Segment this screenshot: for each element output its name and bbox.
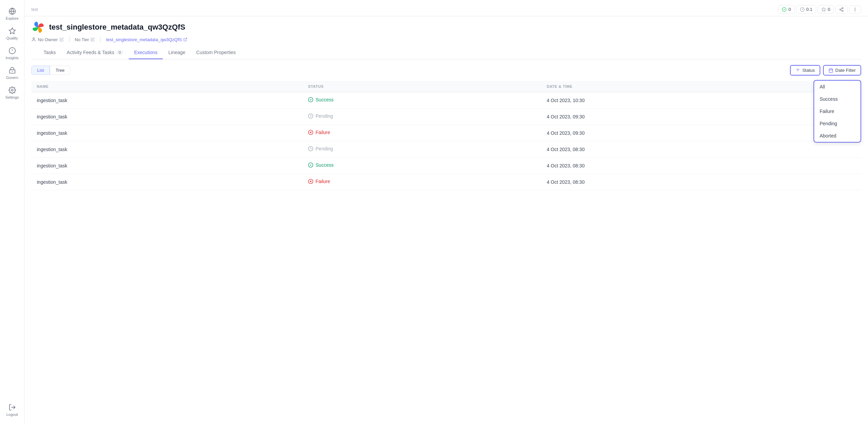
- failure-icon: [308, 179, 313, 184]
- table-row: ingestion_taskPending4 Oct 2023, 08:30: [31, 141, 861, 158]
- share-button[interactable]: [835, 5, 848, 14]
- star-count: 0: [828, 7, 830, 12]
- cell-name: ingestion_task: [31, 174, 303, 190]
- table-row: ingestion_taskSuccess4 Oct 2023, 08:30: [31, 158, 861, 174]
- cell-status: Failure: [303, 125, 541, 141]
- check-badge[interactable]: 0: [778, 5, 794, 14]
- tab-tasks-label: Tasks: [44, 50, 56, 55]
- calendar-icon: [828, 68, 833, 73]
- status-filter-button[interactable]: Status: [790, 65, 820, 76]
- sidebar-item-logout[interactable]: Logout: [0, 400, 24, 420]
- dropdown-item-all[interactable]: All: [814, 81, 861, 93]
- star-badge[interactable]: 0: [818, 5, 834, 14]
- status-filter-label: Status: [802, 68, 815, 73]
- table-row: ingestion_taskFailure4 Oct 2023, 09:30: [31, 125, 861, 141]
- list-view-button[interactable]: List: [31, 66, 50, 75]
- cell-datetime: 4 Oct 2023, 08:30: [541, 174, 861, 190]
- svg-line-15: [841, 10, 842, 10]
- sidebar-item-label-quality: Quality: [6, 36, 18, 40]
- cell-name: ingestion_task: [31, 125, 303, 141]
- cell-name: ingestion_task: [31, 92, 303, 109]
- dropdown-item-aborted[interactable]: Aborted: [814, 130, 861, 142]
- date-filter-label: Date Filter: [835, 68, 856, 73]
- quality-icon: [9, 27, 16, 35]
- cell-datetime: 4 Oct 2023, 08:30: [541, 141, 861, 158]
- tabs: Tasks Activity Feeds & Tasks 0 Execution…: [31, 46, 861, 60]
- status-badge: Success: [308, 97, 334, 102]
- tree-view-button[interactable]: Tree: [50, 66, 70, 75]
- more-vertical-icon: [853, 7, 857, 12]
- dropdown-item-success[interactable]: Success: [814, 93, 861, 105]
- cell-status: Pending: [303, 141, 541, 158]
- tier-label: No Tier: [75, 37, 89, 42]
- view-toggle-row: List Tree Status Date Filter: [31, 65, 861, 76]
- success-icon: [308, 162, 313, 168]
- svg-rect-25: [829, 69, 833, 72]
- svg-point-13: [840, 9, 841, 10]
- sidebar-item-explore[interactable]: Explore: [0, 4, 24, 24]
- clock-icon: [800, 7, 805, 12]
- pending-icon: [308, 113, 313, 119]
- logout-icon: [9, 404, 16, 411]
- sidebar-item-quality[interactable]: Quality: [0, 24, 24, 44]
- cell-status: Pending: [303, 109, 541, 125]
- table-row: ingestion_taskPending4 Oct 2023, 09:30: [31, 109, 861, 125]
- date-filter-button[interactable]: Date Filter: [823, 65, 861, 76]
- dropdown-item-failure[interactable]: Failure: [814, 105, 861, 117]
- tab-tasks[interactable]: Tasks: [38, 46, 61, 59]
- view-toggle: List Tree: [31, 66, 70, 75]
- check-count: 0: [788, 7, 791, 12]
- tab-activity-feeds-label: Activity Feeds & Tasks: [67, 50, 114, 55]
- sidebar-item-settings[interactable]: Settings: [0, 83, 24, 103]
- sidebar-item-label-explore: Explore: [6, 16, 18, 20]
- cell-datetime: 4 Oct 2023, 08:30: [541, 158, 861, 174]
- svg-point-14: [842, 10, 843, 12]
- pending-icon: [308, 146, 313, 151]
- table-row: ingestion_taskFailure4 Oct 2023, 08:30: [31, 174, 861, 190]
- sidebar-item-label-logout: Logout: [6, 412, 18, 417]
- cell-name: ingestion_task: [31, 141, 303, 158]
- tier-item: No Tier: [75, 37, 95, 42]
- share-icon: [839, 7, 844, 12]
- tab-activity-feeds[interactable]: Activity Feeds & Tasks 0: [61, 46, 129, 59]
- svg-line-21: [185, 38, 187, 40]
- cell-status: Success: [303, 92, 541, 109]
- tab-executions-label: Executions: [134, 50, 157, 55]
- dropdown-item-pending[interactable]: Pending: [814, 117, 861, 130]
- sidebar-item-label-govern: Govern: [6, 76, 18, 80]
- sidebar-item-insights[interactable]: Insights: [0, 44, 24, 63]
- sidebar-item-govern[interactable]: Govern: [0, 63, 24, 83]
- failure-icon: [308, 130, 313, 135]
- filter-group: Status Date Filter: [790, 65, 861, 76]
- svg-line-16: [841, 8, 842, 9]
- more-options-button[interactable]: [849, 5, 861, 14]
- col-status: STATUS: [303, 81, 541, 92]
- edit-tier-icon[interactable]: [91, 37, 95, 42]
- sidebar-item-label-insights: Insights: [6, 56, 19, 60]
- title-row: test_singlestore_metadata_qw3QzQfS: [31, 20, 861, 34]
- filter-icon: [795, 68, 800, 73]
- tab-lineage[interactable]: Lineage: [163, 46, 191, 59]
- meta-divider-2: [100, 37, 100, 42]
- owner-item: No Owner: [31, 37, 64, 42]
- clock-count: 0.1: [806, 7, 812, 12]
- circle-check-icon: [782, 7, 787, 12]
- external-link[interactable]: test_singlestore_metadata_qw3QzQfS: [106, 37, 187, 42]
- svg-point-7: [11, 89, 13, 91]
- col-name: NAME: [31, 81, 303, 92]
- cell-name: ingestion_task: [31, 158, 303, 174]
- page-title: test_singlestore_metadata_qw3QzQfS: [49, 23, 185, 32]
- tab-executions[interactable]: Executions: [129, 46, 163, 59]
- tab-custom-properties[interactable]: Custom Properties: [191, 46, 241, 59]
- insights-icon: [9, 47, 16, 54]
- cell-status: Success: [303, 158, 541, 174]
- edit-owner-icon[interactable]: [60, 37, 64, 42]
- meta-divider-1: [69, 37, 69, 42]
- success-icon: [308, 97, 313, 102]
- content-area: List Tree Status Date Filter: [25, 60, 868, 424]
- meta-row: No Owner No Tier test_singlestore_metada…: [31, 37, 861, 42]
- clock-badge[interactable]: 0.1: [796, 5, 816, 14]
- tab-activity-feeds-badge: 0: [117, 50, 123, 55]
- status-dropdown: All Success Failure Pending Aborted: [813, 80, 861, 143]
- status-badge: Success: [308, 162, 334, 168]
